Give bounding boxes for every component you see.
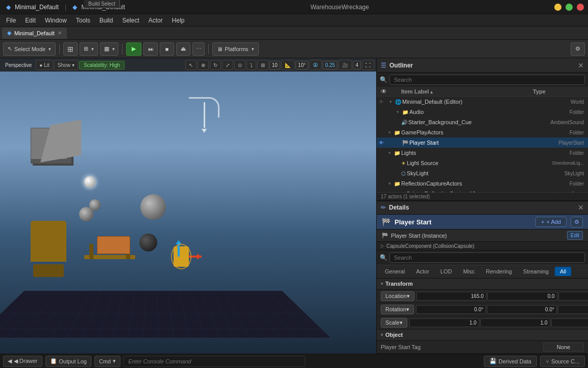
- tree-item-lightsource[interactable]: ☀ Light Source DirectionalLig...: [377, 158, 588, 168]
- details-gear-button[interactable]: ⚙: [571, 217, 583, 227]
- vp-angle-num[interactable]: 10°: [296, 61, 308, 70]
- menu-help[interactable]: Help: [168, 16, 189, 25]
- vp-surface-snap[interactable]: ⤵: [247, 60, 256, 70]
- vp-show-button[interactable]: Show ▾: [54, 60, 78, 70]
- tab-general[interactable]: General: [380, 267, 410, 276]
- tree-item-reflection[interactable]: ▾ 📁 ReflectionCaptureActors Folder: [377, 178, 588, 189]
- tab-misc[interactable]: Misc: [458, 267, 480, 276]
- stop-icon: ■: [165, 46, 169, 52]
- scale-z-input[interactable]: [551, 318, 588, 327]
- vp-grid-toggle[interactable]: ⊞: [257, 60, 268, 70]
- location-z-input[interactable]: [558, 292, 588, 301]
- outliner-search-input[interactable]: [389, 75, 585, 85]
- vp-snap-num[interactable]: 0.25: [323, 61, 337, 70]
- rotation-z-input[interactable]: [558, 305, 588, 314]
- rotation-x-input[interactable]: [416, 305, 486, 314]
- maximize-button[interactable]: [566, 4, 573, 11]
- add-icon: +: [541, 219, 544, 225]
- location-x-input[interactable]: [416, 292, 486, 301]
- drawer-button[interactable]: ◀ ◀ Drawer: [3, 356, 42, 367]
- visibility-icon[interactable]: 👁: [379, 99, 386, 105]
- vp-scalability-label[interactable]: Scalability: High: [79, 61, 125, 70]
- vp-local-world-toggle[interactable]: ⊙: [234, 60, 246, 70]
- details-search-input[interactable]: [389, 252, 585, 263]
- derived-data-button[interactable]: 💾 Derived Data: [484, 356, 537, 367]
- tab-streaming[interactable]: Streaming: [518, 267, 554, 276]
- menu-tools[interactable]: Tools: [72, 16, 94, 25]
- select-mode-button[interactable]: ↖ Select Mode: [3, 42, 56, 56]
- tree-item-world[interactable]: 👁 ▾ 🌐 Minimal_Default (Editor) World: [377, 97, 588, 107]
- rotation-button[interactable]: Rotation ▾: [381, 305, 414, 314]
- vp-cam-num[interactable]: 4: [353, 61, 361, 70]
- menu-select[interactable]: Select: [118, 16, 143, 25]
- item-label-col[interactable]: Item Label ▴: [401, 88, 531, 95]
- vp-select-tool[interactable]: ↖: [185, 60, 197, 70]
- tab1-close-icon[interactable]: ✕: [58, 30, 62, 36]
- tab-all[interactable]: All: [555, 267, 571, 276]
- player-start-gizmo[interactable]: [168, 231, 194, 267]
- rotation-y-input[interactable]: [487, 305, 557, 314]
- add-actor-button[interactable]: ⊞: [63, 42, 78, 56]
- console-input[interactable]: [124, 356, 305, 367]
- details-close-button[interactable]: ✕: [578, 203, 584, 212]
- tree-item-playerstart[interactable]: 👁 🏁 Player Start PlayerStart: [377, 137, 588, 148]
- vp-translate-tool[interactable]: ⊕: [198, 60, 209, 70]
- vp-snap-btn[interactable]: ⦿: [309, 60, 322, 70]
- tree-item-lights[interactable]: ▾ 📁 Lights Folder: [377, 148, 588, 158]
- output-log-button[interactable]: 📋 Output Log: [45, 356, 91, 367]
- location-chevron-icon: ▾: [407, 293, 410, 300]
- tab-lod[interactable]: LOD: [435, 267, 457, 276]
- player-start-tag-value[interactable]: None: [543, 342, 584, 352]
- visibility-playerstart-icon[interactable]: 👁: [379, 140, 386, 146]
- tree-item-bg-cue[interactable]: 🔊 Starter_Background_Cue AmbientSound: [377, 117, 588, 127]
- vp-scale-tool[interactable]: ⤢: [222, 60, 233, 70]
- tree-item-skylight[interactable]: ⬡ SkyLight SkyLight: [377, 168, 588, 178]
- view-options-button[interactable]: ⊞: [80, 42, 98, 56]
- edit-button[interactable]: Edit: [567, 231, 583, 240]
- scene-content[interactable]: [0, 72, 376, 354]
- menu-actor[interactable]: Actor: [144, 16, 167, 25]
- menu-window[interactable]: Window: [41, 16, 71, 25]
- tree-item-gameplay[interactable]: ▾ 📁 GamePlayActors Folder: [377, 127, 588, 137]
- object-section-header[interactable]: ▾ Object: [377, 330, 588, 341]
- platforms-button[interactable]: 🖥 Platforms: [212, 42, 258, 56]
- skip-button[interactable]: ⏭: [143, 42, 158, 56]
- menu-edit[interactable]: Edit: [21, 16, 40, 25]
- tab-actor[interactable]: Actor: [411, 267, 434, 276]
- cmd-button[interactable]: Cmd ▾: [94, 356, 120, 367]
- eject-button[interactable]: ⏏: [176, 42, 190, 56]
- more-options-button[interactable]: ⋯: [192, 42, 205, 56]
- vp-angle-toggle[interactable]: 📐: [281, 60, 295, 70]
- scale-y-input[interactable]: [480, 318, 550, 327]
- viewport[interactable]: Perspective ● Lit Show ▾ Scalability: Hi…: [0, 58, 376, 354]
- capsule-component-row[interactable]: ▷ CapsuleComponent (CollisionCapsule): [377, 242, 588, 250]
- type-col[interactable]: Type: [533, 88, 584, 95]
- tree-item-audio[interactable]: 👁 ▾ 📁 Audio Folder: [377, 107, 588, 117]
- tab1-label[interactable]: Minimal_Default: [15, 4, 59, 11]
- play-button[interactable]: ▶: [126, 42, 141, 56]
- vp-rotate-tool[interactable]: ↻: [210, 60, 221, 70]
- vp-cam-speed[interactable]: 🎥: [338, 60, 352, 70]
- vp-perspective-label[interactable]: Perspective: [2, 61, 35, 69]
- location-button[interactable]: Location ▾: [381, 291, 414, 301]
- vp-grid-num[interactable]: 10: [270, 61, 280, 70]
- tree-item-sphere-reflection[interactable]: ⊙ SphereReflectionCapture10 SphereReflec…: [377, 189, 588, 192]
- settings-button[interactable]: ⚙: [571, 42, 585, 56]
- minimize-button[interactable]: [554, 4, 561, 11]
- scale-x-input[interactable]: [409, 318, 479, 327]
- menu-build[interactable]: Build: [95, 16, 117, 25]
- close-button[interactable]: [577, 4, 584, 11]
- vp-maximize[interactable]: ⛶: [362, 60, 374, 70]
- location-y-input[interactable]: [487, 292, 557, 301]
- outliner-close-button[interactable]: ✕: [578, 61, 584, 70]
- tab-rendering[interactable]: Rendering: [481, 267, 517, 276]
- vp-lit-button[interactable]: ● Lit: [36, 60, 53, 70]
- scale-button[interactable]: Scale ▾: [381, 318, 407, 328]
- details-add-button[interactable]: + + Add: [535, 217, 567, 227]
- tab-minimal-default-1[interactable]: ◆ Minimal_Default ✕: [2, 28, 67, 39]
- build-options-button[interactable]: ▦: [100, 42, 118, 56]
- transform-section-header[interactable]: ▾ Transform: [377, 279, 588, 290]
- source-control-button[interactable]: ⑂ Source C...: [540, 356, 585, 367]
- stop-button[interactable]: ■: [160, 42, 174, 56]
- menu-file[interactable]: File: [2, 16, 20, 25]
